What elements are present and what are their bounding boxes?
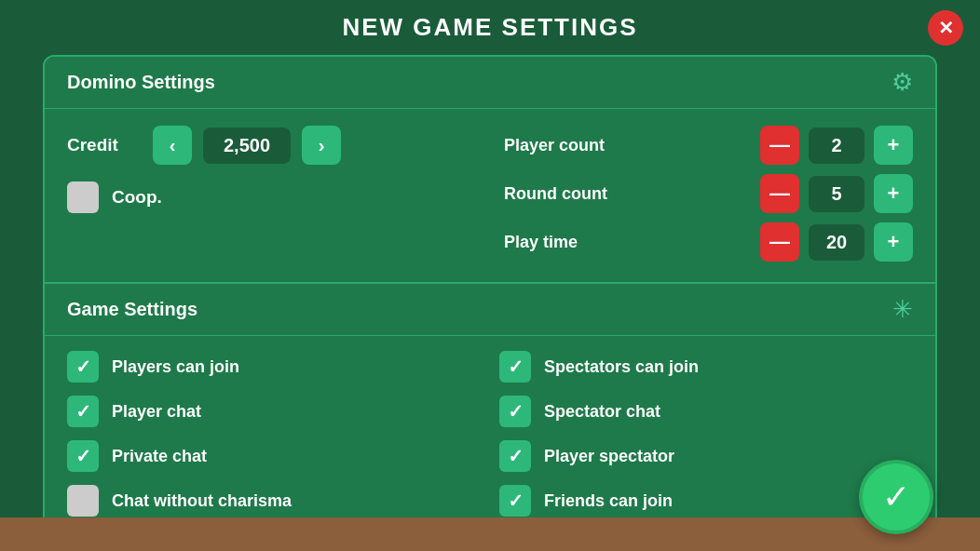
play-time-minus[interactable]: — xyxy=(760,222,799,262)
player-spectator-checkbox[interactable]: ✓ xyxy=(499,440,531,472)
round-count-plus[interactable]: + xyxy=(874,174,913,213)
coop-checkbox[interactable] xyxy=(67,181,99,213)
play-time-label: Play time xyxy=(504,233,751,252)
game-settings-header: Game Settings ✳ xyxy=(45,284,935,336)
credit-label: Credit xyxy=(67,135,142,155)
spectator-chat-label: Spectator chat xyxy=(544,402,660,422)
play-time-row: Play time — 20 + xyxy=(504,222,913,262)
coop-label: Coop. xyxy=(112,187,162,208)
round-count-value: 5 xyxy=(809,176,864,212)
spectators-can-join-row: ✓ Spectators can join xyxy=(499,351,913,383)
chat-without-charisma-checkbox[interactable] xyxy=(67,485,99,517)
round-count-label: Round count xyxy=(504,184,751,204)
close-button[interactable]: ✕ xyxy=(928,10,963,46)
players-can-join-checkbox[interactable]: ✓ xyxy=(67,351,99,383)
play-time-plus[interactable]: + xyxy=(874,222,913,262)
domino-settings-body: Credit ‹ 2,500 › Coop. Player count — xyxy=(45,109,935,282)
spectators-can-join-label: Spectators can join xyxy=(544,357,699,377)
player-count-plus[interactable]: + xyxy=(874,126,913,165)
title-bar: NEW GAME SETTINGS ✕ xyxy=(0,0,980,55)
private-chat-row: ✓ Private chat xyxy=(67,440,481,472)
player-count-value: 2 xyxy=(809,128,864,164)
game-settings-body: ✓ Players can join ✓ Player chat ✓ Priva… xyxy=(45,336,935,537)
player-chat-label: Player chat xyxy=(112,402,201,422)
game-settings-title: Game Settings xyxy=(67,299,197,320)
settings-panel: Domino Settings ⚙ Credit ‹ 2,500 › Coop. xyxy=(43,55,937,539)
player-count-minus[interactable]: — xyxy=(760,126,799,165)
credit-prev-button[interactable]: ‹ xyxy=(153,126,192,165)
bottom-bar xyxy=(0,517,980,551)
spectator-chat-row: ✓ Spectator chat xyxy=(499,396,913,427)
credit-value: 2,500 xyxy=(203,128,291,164)
domino-settings-header: Domino Settings ⚙ xyxy=(45,57,935,109)
page-title: NEW GAME SETTINGS xyxy=(342,13,637,42)
game-gear-icon: ✳ xyxy=(892,295,913,324)
friends-can-join-checkbox[interactable]: ✓ xyxy=(499,485,531,517)
credit-next-button[interactable]: › xyxy=(302,126,341,165)
coop-row: Coop. xyxy=(67,181,476,213)
game-right-col: ✓ Spectators can join ✓ Spectator chat ✓… xyxy=(499,351,913,517)
domino-left-col: Credit ‹ 2,500 › Coop. xyxy=(67,126,476,262)
spectators-can-join-checkbox[interactable]: ✓ xyxy=(499,351,531,383)
friends-can-join-row: ✓ Friends can join xyxy=(499,485,913,517)
round-count-minus[interactable]: — xyxy=(760,174,799,213)
player-chat-row: ✓ Player chat xyxy=(67,396,481,427)
player-count-row: Player count — 2 + xyxy=(504,126,913,165)
private-chat-label: Private chat xyxy=(112,447,207,466)
private-chat-checkbox[interactable]: ✓ xyxy=(67,440,99,472)
domino-gear-icon: ⚙ xyxy=(892,68,913,97)
player-chat-checkbox[interactable]: ✓ xyxy=(67,396,99,427)
round-count-row: Round count — 5 + xyxy=(504,174,913,213)
chat-without-charisma-row: Chat without charisma xyxy=(67,485,481,517)
play-time-value: 20 xyxy=(809,224,864,261)
domino-right-col: Player count — 2 + Round count — 5 + Pla… xyxy=(504,126,913,262)
player-spectator-label: Player spectator xyxy=(544,447,674,466)
spectator-chat-checkbox[interactable]: ✓ xyxy=(499,396,531,427)
players-can-join-row: ✓ Players can join xyxy=(67,351,481,383)
chat-without-charisma-label: Chat without charisma xyxy=(112,491,292,511)
credit-row: Credit ‹ 2,500 › xyxy=(67,126,476,165)
players-can-join-label: Players can join xyxy=(112,357,239,377)
player-count-label: Player count xyxy=(504,136,751,155)
domino-settings-title: Domino Settings xyxy=(67,72,215,93)
game-left-col: ✓ Players can join ✓ Player chat ✓ Priva… xyxy=(67,351,481,517)
confirm-button[interactable]: ✓ xyxy=(859,460,933,534)
player-spectator-row: ✓ Player spectator xyxy=(499,440,913,472)
friends-can-join-label: Friends can join xyxy=(544,491,673,511)
